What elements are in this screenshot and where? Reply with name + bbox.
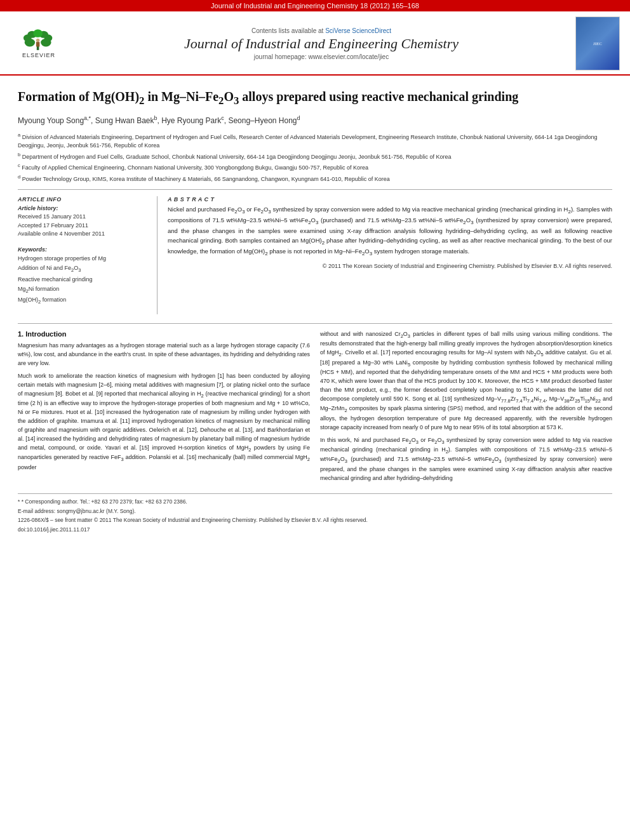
affiliation-a: a Division of Advanced Materials Enginee… — [18, 131, 612, 150]
issn-line: 1226-086X/$ – see front matter © 2011 Th… — [18, 516, 612, 524]
affiliation-c: c Faculty of Applied Chemical Engineerin… — [18, 162, 612, 173]
abstract-label: A B S T R A C T — [168, 196, 612, 203]
keyword-1: Hydrogen storage properties of Mg — [18, 254, 149, 263]
sciverse-prefix: Contents lists available at — [251, 27, 323, 34]
sciverse-line: Contents lists available at SciVerse Sci… — [67, 27, 575, 34]
section1-right-para2: In this work, Ni and purchased Fe2O3 or … — [320, 436, 612, 483]
section1-para2: Much work to ameliorate the reaction kin… — [18, 372, 310, 472]
section1-para1: Magnesium has many advantages as a hydro… — [18, 342, 310, 368]
email-line: E-mail address: songmy@jbnu.ac.kr (M.Y. … — [18, 507, 612, 516]
email-link[interactable]: songmy@jbnu.ac.kr — [57, 508, 104, 514]
journal-homepage: journal homepage: www.elsevier.com/locat… — [67, 53, 575, 60]
keywords-section: Keywords: Hydrogen storage properties of… — [18, 246, 149, 307]
article-info-label: ARTICLE INFO — [18, 196, 149, 203]
article-meta-section: ARTICLE INFO Article history: Received 1… — [18, 196, 612, 314]
available-date: Available online 4 November 2011 — [18, 230, 149, 239]
journal-header: ELSEVIER Contents lists available at Sci… — [0, 11, 630, 76]
page: Journal of Industrial and Engineering Ch… — [0, 0, 630, 840]
affiliations-block: a Division of Advanced Materials Enginee… — [18, 131, 612, 190]
body-col-right: without and with nanosized Cr2O3 particl… — [320, 330, 612, 487]
corresponding-text: * Corresponding author. Tel.: +82 63 270… — [22, 498, 187, 505]
abstract-column: A B S T R A C T Nickel and purchased Fe2… — [168, 196, 612, 314]
journal-cover-image: JIEC — [575, 17, 620, 70]
email-label: E-mail address: — [18, 508, 55, 514]
section1-heading: 1. Introduction — [18, 330, 310, 338]
affiliation-b: b Department of Hydrogen and Fuel Cells,… — [18, 151, 612, 162]
homepage-text: journal homepage: www.elsevier.com/locat… — [254, 53, 389, 60]
doi-line: doi:10.1016/j.jiec.2011.11.017 — [18, 526, 612, 534]
keyword-5: Mg(OH)2 formation — [18, 295, 149, 307]
journal-title-block: Contents lists available at SciVerse Sci… — [67, 27, 575, 60]
elsevier-tree-icon — [23, 29, 55, 51]
keywords-list: Hydrogen storage properties of Mg Additi… — [18, 254, 149, 307]
banner-text: Journal of Industrial and Engineering Ch… — [211, 2, 419, 10]
abstract-text: Nickel and purchased Fe2O3 or Fe2O3 synt… — [168, 205, 612, 258]
received-date: Received 15 January 2011 — [18, 213, 149, 222]
keyword-3: Reactive mechanical grinding — [18, 275, 149, 284]
elsevier-logo: ELSEVIER — [10, 25, 67, 63]
email-name: (M.Y. Song). — [106, 508, 136, 514]
article-title: Formation of Mg(OH)2 in Mg–Ni–Fe2O3 allo… — [18, 88, 612, 108]
corresponding-note: * * Corresponding author. Tel.: +82 63 2… — [18, 498, 612, 506]
cover-inner: JIEC — [576, 17, 619, 70]
elsevier-label: ELSEVIER — [22, 52, 55, 58]
journal-main-title: Journal of Industrial and Engineering Ch… — [67, 36, 575, 52]
authors-line: Myoung Youp Songa,*, Sung Hwan Baekb, Hy… — [18, 114, 612, 126]
sciverse-link[interactable]: SciVerse ScienceDirect — [325, 27, 391, 34]
body-col-left: 1. Introduction Magnesium has many advan… — [18, 330, 310, 487]
affiliation-d: d Powder Technology Group, KIMS, Korea I… — [18, 173, 612, 184]
cover-label: JIEC — [593, 41, 602, 46]
copyright-text: © 2011 The Korean Society of Industrial … — [168, 262, 612, 270]
article-history: ARTICLE INFO Article history: Received 1… — [18, 196, 149, 239]
history-label: Article history: — [18, 205, 149, 211]
svg-rect-0 — [37, 46, 39, 50]
article-info-column: ARTICLE INFO Article history: Received 1… — [18, 196, 158, 314]
main-content: Formation of Mg(OH)2 in Mg–Ni–Fe2O3 allo… — [0, 76, 630, 545]
svg-point-8 — [36, 39, 39, 42]
keyword-4: Mg2Ni formation — [18, 284, 149, 296]
journal-banner: Journal of Industrial and Engineering Ch… — [0, 0, 630, 11]
keyword-2: Addition of Ni and Fe2O3 — [18, 263, 149, 275]
svg-point-7 — [33, 29, 43, 37]
body-content: 1. Introduction Magnesium has many advan… — [18, 323, 612, 487]
section1-right-para1: without and with nanosized Cr2O3 particl… — [320, 330, 612, 432]
svg-rect-9 — [36, 42, 39, 46]
accepted-date: Accepted 17 February 2011 — [18, 222, 149, 230]
keywords-label: Keywords: — [18, 246, 149, 253]
page-footer: * * Corresponding author. Tel.: +82 63 2… — [18, 493, 612, 534]
